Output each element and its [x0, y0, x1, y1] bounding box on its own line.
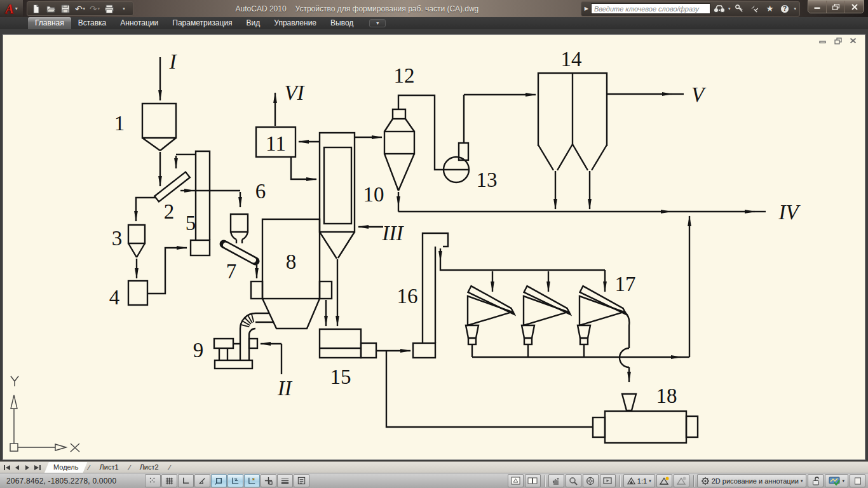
ribbon-minimize-button[interactable]: ▾	[369, 19, 386, 27]
drawing-area[interactable]	[0, 29, 868, 461]
lineweight-toggle[interactable]	[277, 474, 293, 487]
subscription-button[interactable]	[733, 3, 745, 15]
save-button[interactable]	[58, 3, 72, 15]
quick-properties-icon	[297, 476, 306, 485]
tab-vyvod[interactable]: Вывод	[323, 17, 360, 29]
help-button[interactable]: ?	[778, 3, 791, 15]
qat-dropdown-icon: ▾	[123, 6, 125, 11]
chevron-down-icon: ▾	[649, 478, 651, 484]
next-tab-button[interactable]	[22, 463, 32, 472]
new-file-button[interactable]	[29, 3, 43, 15]
grid-toggle[interactable]	[161, 474, 177, 487]
annotation-scale-value: 1:1	[637, 477, 647, 485]
plot-button[interactable]	[102, 3, 116, 15]
annotation-scale-icon	[627, 477, 635, 485]
last-tab-button[interactable]	[32, 463, 42, 472]
annotation-visibility-icon	[660, 477, 669, 485]
status-bar: 2067.8462, -1805.2278, 0.0000 1:1 ▾	[0, 473, 868, 488]
object-snap-icon	[214, 476, 224, 485]
tab-annotacii[interactable]: Аннотации	[113, 17, 165, 29]
dynamic-ucs-icon	[247, 476, 257, 485]
autocad-logo-icon: A	[5, 3, 13, 15]
tab-list2[interactable]: Лист2	[131, 462, 168, 473]
undo-button[interactable]: ↶▾	[73, 3, 87, 15]
zoom-button[interactable]	[566, 474, 581, 487]
doc-close-button[interactable]	[848, 37, 858, 44]
autocad-window: A ▾ ↶▾ ↷▾ ▾	[0, 0, 868, 488]
hardware-acceleration-button[interactable]: ▾	[825, 474, 848, 487]
divider	[693, 475, 694, 487]
divider	[620, 475, 620, 487]
clean-screen-button[interactable]	[850, 474, 865, 487]
minimize-icon	[819, 37, 827, 44]
close-icon	[850, 37, 857, 44]
qat-customize-button[interactable]: ▾	[117, 3, 131, 15]
quick-view-drawings-button[interactable]	[548, 474, 564, 487]
open-file-button[interactable]	[44, 3, 58, 15]
prev-icon	[14, 464, 20, 471]
doc-minimize-button[interactable]	[818, 37, 827, 44]
tab-vid[interactable]: Вид	[240, 17, 268, 29]
tab-upravlenie[interactable]: Управление	[267, 17, 323, 29]
ortho-toggle[interactable]	[178, 474, 194, 487]
osnap-toggle[interactable]	[211, 474, 227, 487]
redo-dropdown-icon: ▾	[98, 6, 100, 11]
steering-wheel-button[interactable]	[583, 474, 599, 487]
steering-wheel-icon	[586, 477, 595, 485]
tab-vstavka[interactable]: Вставка	[71, 17, 114, 29]
magnifier-icon	[569, 477, 578, 485]
ortho-icon	[181, 476, 191, 485]
search-input[interactable]	[591, 3, 710, 14]
redo-button[interactable]: ↷▾	[88, 3, 102, 15]
chevron-down-icon: ▾	[376, 20, 379, 26]
close-button[interactable]	[845, 1, 864, 13]
communication-center-button[interactable]	[748, 3, 761, 15]
quick-view-layouts-button[interactable]	[525, 474, 541, 487]
window-controls	[808, 0, 864, 13]
polar-toggle[interactable]	[194, 474, 210, 487]
ducs-toggle[interactable]	[244, 474, 260, 487]
last-icon	[34, 464, 41, 471]
open-folder-icon	[46, 4, 56, 14]
minimize-icon	[814, 4, 820, 10]
model-space-button[interactable]	[508, 474, 524, 487]
model-space-canvas[interactable]	[3, 34, 865, 460]
satellite-dish-icon	[750, 4, 759, 13]
first-tab-button[interactable]	[2, 463, 11, 472]
workspace-switcher[interactable]: 2D рисование и аннотации ▾	[697, 474, 807, 487]
unlock-icon	[812, 477, 820, 485]
help-dropdown-icon[interactable]: ▾	[794, 6, 796, 11]
annotation-scale-button[interactable]: 1:1 ▾	[623, 474, 655, 487]
prev-tab-button[interactable]	[12, 463, 22, 472]
doc-restore-button[interactable]	[833, 37, 843, 44]
ribbon-tab-bar: Главная Вставка Аннотации Параметризация…	[0, 17, 868, 29]
infocenter-collapse-icon[interactable]: ▶	[585, 6, 588, 11]
toolbar-lock-button[interactable]	[808, 474, 824, 487]
tab-list1[interactable]: Лист1	[91, 462, 128, 473]
annotation-visibility-button[interactable]	[656, 474, 672, 487]
search-dropdown-icon[interactable]: ▾	[728, 6, 731, 11]
auto-annotation-button[interactable]	[674, 474, 689, 487]
chevron-down-icon: ▾	[842, 478, 844, 484]
tab-parametrizaciya[interactable]: Параметризация	[165, 17, 239, 29]
otrack-toggle[interactable]	[227, 474, 243, 487]
tab-model[interactable]: Модель	[44, 462, 87, 473]
restore-button[interactable]	[827, 1, 845, 13]
search-button[interactable]	[713, 3, 726, 15]
snap-toggle[interactable]	[145, 474, 161, 487]
application-menu-button[interactable]: A ▾	[0, 0, 23, 17]
dyn-input-toggle[interactable]	[261, 474, 276, 487]
favorites-button[interactable]: ★	[763, 3, 776, 15]
polar-tracking-icon	[198, 476, 207, 485]
performance-monitor-icon	[829, 477, 840, 485]
showmotion-button[interactable]	[600, 474, 616, 487]
quick-properties-toggle[interactable]	[294, 474, 309, 487]
redo-arrow-icon: ↷	[90, 4, 97, 13]
gear-icon	[701, 477, 710, 485]
minimize-button[interactable]	[808, 1, 827, 13]
grid-icon	[165, 476, 174, 485]
tab-glavnaya[interactable]: Главная	[28, 17, 71, 29]
svg-text:?: ?	[783, 5, 787, 12]
showmotion-icon	[603, 477, 612, 485]
new-file-icon	[31, 4, 41, 14]
